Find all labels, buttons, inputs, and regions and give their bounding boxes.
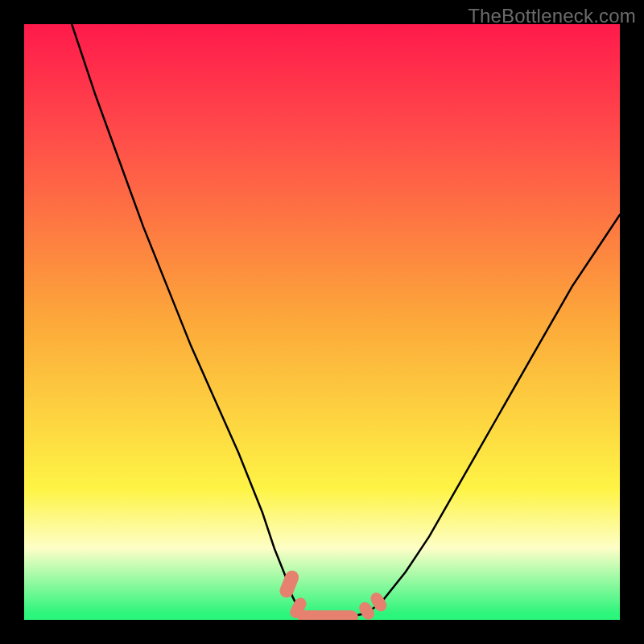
curve-left-branch <box>72 24 301 614</box>
salmon-marker-bottom-bar <box>298 611 357 620</box>
bottleneck-curve-svg <box>24 24 620 620</box>
watermark-text: TheBottleneck.com <box>468 5 636 27</box>
curve-right-branch <box>369 215 620 611</box>
salmon-marker-left-upper <box>279 569 301 600</box>
plot-area <box>24 24 620 620</box>
chart-frame: TheBottleneck.com <box>0 0 644 644</box>
